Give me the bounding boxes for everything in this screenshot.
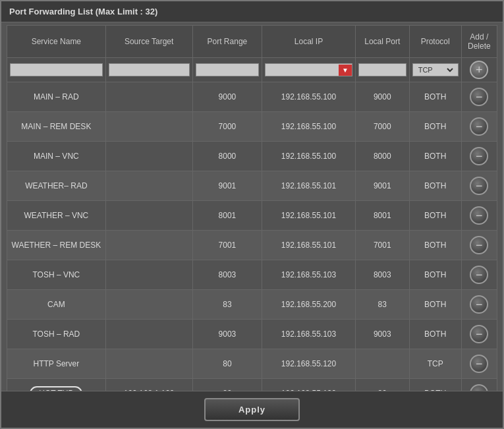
apply-button[interactable]: Apply (204, 398, 300, 421)
delete-button[interactable]: − (470, 266, 488, 284)
cell-local-ip: 192.168.55.101 (262, 201, 356, 231)
delete-button[interactable]: − (470, 236, 488, 254)
cell-delete: − (461, 171, 497, 201)
cell-service: TOSH – VNC (7, 260, 106, 290)
delete-button[interactable]: − (470, 88, 488, 106)
cell-local-port: 7001 (355, 231, 409, 260)
page-title: Port Forwarding List (Max Limit : 32) (9, 7, 157, 16)
cell-protocol: BOTH (409, 290, 461, 320)
col-header-localip: Local IP (262, 26, 356, 58)
cell-local-port: 9003 (355, 320, 409, 349)
table-row: MAIN – VNC8000192.168.55.1008000BOTH− (7, 142, 497, 171)
port-range-input[interactable] (196, 63, 260, 76)
col-header-service: Service Name (7, 26, 106, 58)
delete-button[interactable]: − (470, 177, 488, 195)
main-container: Port Forwarding List (Max Limit : 32) Se… (0, 0, 504, 429)
delete-button[interactable]: − (470, 206, 488, 225)
cell-service: MAIN – RAD (7, 82, 106, 112)
col-header-port: Port Range (192, 26, 262, 58)
cell-protocol: BOTH (409, 231, 461, 260)
cell-delete: − (461, 379, 497, 391)
cell-local-ip: 192.168.55.200 (262, 290, 356, 320)
cell-service: WEATHER– RAD (7, 171, 106, 201)
delete-button[interactable]: − (470, 384, 488, 391)
hot-tub-label: HOT TUB (30, 386, 82, 391)
cell-local-ip: 192.168.55.120 (262, 349, 356, 379)
cell-port-range: 7000 (192, 112, 262, 142)
cell-delete: − (461, 112, 497, 142)
port-forwarding-table: Service Name Source Target Port Range Lo… (7, 25, 497, 391)
cell-port-range: 8001 (192, 201, 262, 231)
cell-local-ip: 192.168.55.103 (262, 260, 356, 290)
cell-port-range: 80 (192, 349, 262, 379)
cell-local-port: 80 (355, 379, 409, 391)
cell-source: 192.168.1.120 (105, 379, 192, 391)
table-row: HTTP Server80192.168.55.120TCP− (7, 349, 497, 379)
add-button[interactable]: + (470, 61, 488, 79)
input-service-cell (7, 58, 106, 82)
table-row: HOT TUB192.168.1.12080192.168.55.12080BO… (7, 379, 497, 391)
input-protocol-cell: TCP UDP BOTH (409, 58, 461, 82)
cell-local-ip: 192.168.55.101 (262, 231, 356, 260)
cell-source (105, 231, 192, 260)
cell-service: WAETHER – REM DESK (7, 231, 106, 260)
cell-local-ip: 192.168.55.100 (262, 142, 356, 171)
cell-port-range: 9000 (192, 82, 262, 112)
cell-service: HTTP Server (7, 349, 106, 379)
cell-service: HOT TUB (7, 379, 106, 391)
footer: Apply (1, 391, 503, 428)
local-port-input[interactable] (358, 63, 406, 76)
cell-protocol: BOTH (409, 142, 461, 171)
cell-service: CAM (7, 290, 106, 320)
delete-button[interactable]: − (470, 355, 488, 373)
cell-delete: − (461, 260, 497, 290)
col-header-source: Source Target (105, 26, 192, 58)
cell-source (105, 142, 192, 171)
service-name-input[interactable] (10, 63, 103, 76)
cell-local-port: 8000 (355, 142, 409, 171)
cell-service: TOSH – RAD (7, 320, 106, 349)
cell-port-range: 9001 (192, 171, 262, 201)
cell-port-range: 80 (192, 379, 262, 391)
delete-button[interactable]: − (470, 117, 488, 136)
local-ip-dropdown[interactable]: ▼ (339, 65, 352, 76)
cell-local-ip: 192.168.55.100 (262, 112, 356, 142)
cell-source (105, 320, 192, 349)
cell-local-port: 83 (355, 290, 409, 320)
cell-port-range: 83 (192, 290, 262, 320)
cell-port-range: 9003 (192, 320, 262, 349)
col-header-localport: Local Port (355, 26, 409, 58)
table-wrapper: Service Name Source Target Port Range Lo… (1, 22, 503, 391)
cell-local-port: 8003 (355, 260, 409, 290)
input-localport-cell (355, 58, 409, 82)
table-row: WEATHER– RAD9001192.168.55.1019001BOTH− (7, 171, 497, 201)
cell-local-ip: 192.168.55.100 (262, 82, 356, 112)
delete-button[interactable]: − (470, 325, 488, 343)
table-row: MAIN – RAD9000192.168.55.1009000BOTH− (7, 82, 497, 112)
cell-protocol: BOTH (409, 260, 461, 290)
cell-source (105, 260, 192, 290)
cell-service: MAIN – VNC (7, 142, 106, 171)
table-row: WEATHER – VNC8001192.168.55.1018001BOTH− (7, 201, 497, 231)
protocol-select[interactable]: TCP UDP BOTH (416, 65, 455, 74)
input-source-cell (105, 58, 192, 82)
cell-delete: − (461, 349, 497, 379)
delete-button[interactable]: − (470, 295, 488, 314)
cell-source (105, 112, 192, 142)
cell-protocol: BOTH (409, 320, 461, 349)
table-row: CAM83192.168.55.20083BOTH− (7, 290, 497, 320)
title-bar: Port Forwarding List (Max Limit : 32) (1, 1, 503, 22)
cell-protocol: BOTH (409, 82, 461, 112)
source-target-input[interactable] (109, 63, 190, 76)
cell-source (105, 201, 192, 231)
cell-port-range: 8003 (192, 260, 262, 290)
cell-source (105, 290, 192, 320)
cell-service: MAIN – REM DESK (7, 112, 106, 142)
cell-delete: − (461, 231, 497, 260)
cell-source (105, 82, 192, 112)
cell-delete: − (461, 142, 497, 171)
local-ip-input[interactable] (266, 64, 339, 76)
delete-button[interactable]: − (470, 147, 488, 165)
cell-local-ip: 192.168.55.120 (262, 379, 356, 391)
col-header-protocol: Protocol (409, 26, 461, 58)
